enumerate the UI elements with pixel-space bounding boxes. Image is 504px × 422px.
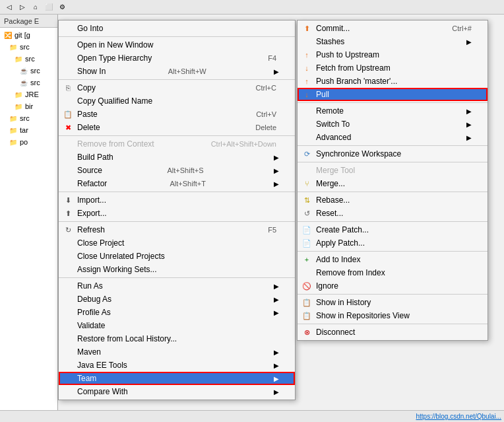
submenu-sync-workspace[interactable]: ⟳ Synchronize Workspace <box>298 147 488 160</box>
submenu-commit[interactable]: ⬆ Commit... Ctrl+# <box>298 22 488 35</box>
submenu-remove-index[interactable]: Remove from Index <box>298 266 488 279</box>
menu-javaee-tools[interactable]: Java EE Tools ▶ <box>59 359 295 372</box>
menu-remove-context-label: Remove from Context <box>77 139 154 149</box>
menu-restore-history[interactable]: Restore from Local History... <box>59 332 295 345</box>
submenu-disconnect[interactable]: ⊗ Disconnect <box>298 326 488 339</box>
menu-debug-as-label: Debug As <box>77 295 111 304</box>
menu-open-window[interactable]: Open in New Window <box>59 38 295 52</box>
tree-item-src1[interactable]: 📁 src <box>5 41 57 53</box>
menu-compare-with[interactable]: Compare With ▶ <box>59 385 295 398</box>
menu-paste[interactable]: 📋 Paste Ctrl+V <box>59 108 295 121</box>
menu-run-as[interactable]: Run As ▶ <box>59 279 295 293</box>
submenu-reset[interactable]: ↺ Reset... <box>298 207 488 220</box>
menu-go-into-label: Go Into <box>77 24 103 33</box>
toolbar-home[interactable]: ⌂ <box>29 1 42 13</box>
menu-validate[interactable]: Validate <box>59 319 295 332</box>
submenu-push-branch[interactable]: ↑ Push Branch 'master'... <box>298 75 488 88</box>
submenu-advanced[interactable]: Advanced ▶ <box>298 131 488 144</box>
copy-icon: ⎘ <box>63 83 73 93</box>
submenu-push-upstream[interactable]: ↑ Push to Upstream <box>298 48 488 61</box>
tree-item-src2[interactable]: 📁 src <box>11 53 57 65</box>
tree-item-tar[interactable]: 📁 tar <box>5 124 57 136</box>
submenu-advanced-arrow: ▶ <box>466 134 474 141</box>
separator1 <box>59 36 295 37</box>
submenu-remove-index-label: Remove from Index <box>316 268 385 277</box>
menu-remove-context-shortcut: Ctrl+Alt+Shift+Down <box>211 140 282 148</box>
menu-import[interactable]: ⬇ Import... <box>59 193 295 207</box>
submenu-add-index[interactable]: + Add to Index <box>298 253 488 266</box>
eclipse-toolbar: ◁ ▷ ⌂ ⬜ ⚙ <box>0 0 504 15</box>
submenu-rebase[interactable]: ⇅ Rebase... <box>298 193 488 207</box>
toolbar-stop[interactable]: ⬜ <box>42 1 55 13</box>
package-explorer-panel: Package E 🔀 git [g 📁 src 📁 src ☕ src ☕ s… <box>0 15 58 422</box>
show-repos-icon: 📋 <box>301 310 312 321</box>
menu-javaee-tools-arrow: ▶ <box>274 362 282 369</box>
submenu-pull-label: Pull <box>316 90 329 99</box>
menu-team[interactable]: Team ▶ <box>59 372 295 385</box>
menu-debug-as[interactable]: Debug As ▶ <box>59 293 295 306</box>
menu-refresh[interactable]: ↻ Refresh F5 <box>59 223 295 236</box>
tree-item-src5[interactable]: 📁 src <box>5 112 57 124</box>
tree-label-git: git [g <box>15 31 30 39</box>
java-icon: ☕ <box>18 65 29 76</box>
menu-export[interactable]: ⬆ Export... <box>59 207 295 220</box>
submenu-create-patch[interactable]: 📄 Create Patch... <box>298 223 488 236</box>
submenu-pull[interactable]: ↓ Pull <box>298 88 488 101</box>
status-url[interactable]: https://blog.csdn.net/Qbulai... <box>416 413 501 420</box>
menu-assign-working[interactable]: Assign Working Sets... <box>59 263 295 276</box>
commit-icon: ⬆ <box>301 23 312 34</box>
menu-close-project[interactable]: Close Project <box>59 236 295 250</box>
tree-item-src3[interactable]: ☕ src <box>16 65 57 77</box>
tree-item-bir[interactable]: 📁 bir <box>11 100 57 112</box>
menu-build-path[interactable]: Build Path ▶ <box>59 151 295 164</box>
submenu-remote[interactable]: Remote ▶ <box>298 104 488 118</box>
menu-remove-context[interactable]: Remove from Context Ctrl+Alt+Shift+Down <box>59 137 295 151</box>
submenu-merge-tool-label: Merge Tool <box>316 166 355 175</box>
submenu-show-repos[interactable]: 📋 Show in Repositories View <box>298 309 488 322</box>
submenu-merge[interactable]: ⑂ Merge... <box>298 177 488 190</box>
menu-copy-qualified-label: Copy Qualified Name <box>77 96 152 106</box>
tree-item-git[interactable]: 🔀 git [g <box>0 29 57 41</box>
menu-maven[interactable]: Maven ▶ <box>59 345 295 359</box>
menu-open-hierarchy[interactable]: Open Type Hierarchy F4 <box>59 52 295 65</box>
merge-icon: ⑂ <box>301 178 312 189</box>
submenu-stashes-label: Stashes <box>316 37 344 46</box>
submenu-fetch-upstream[interactable]: ↓ Fetch from Upstream <box>298 61 488 75</box>
menu-show-in[interactable]: Show In Alt+Shift+W ▶ <box>59 65 295 78</box>
menu-source-arrow: ▶ <box>274 167 282 174</box>
menu-refactor-arrow: ▶ <box>274 180 282 188</box>
submenu-ignore[interactable]: 🚫 Ignore <box>298 279 488 293</box>
menu-source[interactable]: Source Alt+Shift+S ▶ <box>59 164 295 177</box>
menu-refactor[interactable]: Refactor Alt+Shift+T ▶ <box>59 177 295 190</box>
reset-icon: ↺ <box>301 208 312 219</box>
tree-label-po: po <box>20 138 28 146</box>
separator6 <box>59 277 295 278</box>
submenu-apply-patch[interactable]: 📄 Apply Patch... <box>298 236 488 250</box>
paste-icon: 📋 <box>63 109 73 120</box>
tree-item-po[interactable]: 📁 po <box>5 136 57 148</box>
menu-refactor-label: Refactor <box>77 179 107 188</box>
menu-close-unrelated[interactable]: Close Unrelated Projects <box>59 250 295 263</box>
sub-separator6 <box>298 251 488 252</box>
menu-copy[interactable]: ⎘ Copy Ctrl+C <box>59 81 295 94</box>
toolbar-forward[interactable]: ▷ <box>16 1 29 13</box>
toolbar-settings[interactable]: ⚙ <box>55 1 69 13</box>
sub-separator3 <box>298 162 488 162</box>
push-upstream-icon: ↑ <box>301 50 312 60</box>
tree-item-jre[interactable]: 📁 JRE <box>11 88 57 100</box>
submenu-show-history[interactable]: 📋 Show in History <box>298 296 488 309</box>
submenu-stashes[interactable]: Stashes ▶ <box>298 35 488 48</box>
submenu-sync-workspace-label: Synchronize Workspace <box>316 149 401 158</box>
submenu-switch-to[interactable]: Switch To ▶ <box>298 118 488 131</box>
menu-delete[interactable]: ✖ Delete Delete <box>59 121 295 134</box>
panel-header: Package E <box>0 15 57 28</box>
menu-copy-qualified[interactable]: Copy Qualified Name <box>59 94 295 108</box>
toolbar-back[interactable]: ◁ <box>3 1 16 13</box>
pull-icon: ↓ <box>301 89 312 100</box>
menu-go-into[interactable]: Go Into <box>59 22 295 35</box>
submenu-merge-tool[interactable]: Merge Tool <box>298 164 488 177</box>
submenu-show-history-label: Show in History <box>316 298 371 307</box>
separator5 <box>59 221 295 222</box>
tree-item-src4[interactable]: ☕ src <box>16 77 57 88</box>
menu-profile-as[interactable]: Profile As ▶ <box>59 306 295 319</box>
